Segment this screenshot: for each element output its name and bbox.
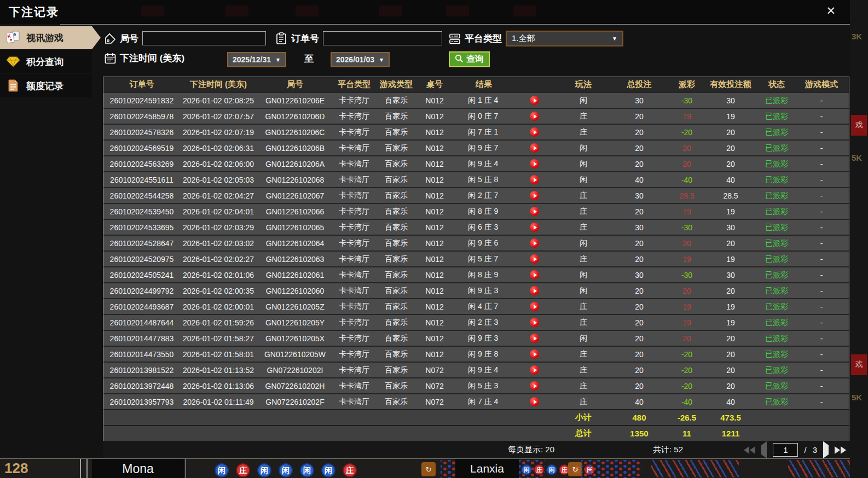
result-text: 闲 8 庄 9 [468,207,498,217]
cell-round-no: GN0122610206E [257,96,333,105]
replay-video-icon[interactable] [530,127,539,137]
cell-order-id: 260102024578326 [103,128,180,137]
cell-play: 闲 [560,159,607,169]
cell-payout: 19 [672,302,702,311]
cell-total-bet: 40 [607,176,672,184]
cell-table-no: N012 [418,207,452,216]
replay-video-icon[interactable] [530,112,539,121]
cell-bet-time: 2026-01-02 02:00:35 [180,287,257,295]
background-nav-remnant [141,5,164,16]
cell-status: 已派彩 [759,302,794,312]
cell-platform: 卡卡湾厅 [333,349,375,359]
play-triangle-icon [534,178,537,182]
cell-play: 庄 [560,318,607,328]
cell-result: 闲 7 庄 1 [452,127,560,137]
replay-video-icon[interactable] [530,397,539,406]
replay-video-icon[interactable] [530,254,539,264]
next-page-icon[interactable] [823,445,829,454]
table-row: 260102013957793 2026-01-02 01:11:49 GN07… [103,393,849,409]
background-bead-road [581,460,641,478]
clipboard-icon [275,32,287,44]
replay-video-icon[interactable] [530,96,539,105]
cell-order-id: 260102024569519 [103,144,180,153]
replay-video-icon[interactable] [530,365,539,375]
replay-video-icon[interactable] [530,223,539,232]
player-mark: 闲 [257,463,271,477]
cell-platform: 卡卡湾厅 [333,334,375,343]
date-to-select[interactable]: 2026/01/03 ▼ [331,52,390,67]
background-amount-label: 5K [852,393,862,402]
cell-game-mode: - [794,144,849,153]
cell-valid-bet: 30 [702,271,759,279]
cell-game-type: 百家乐 [375,143,418,153]
replay-video-icon[interactable] [530,159,539,168]
date-from-select[interactable]: 2025/12/31 ▼ [227,52,286,67]
cell-platform: 卡卡湾厅 [333,302,375,312]
cell-play: 闲 [560,334,607,343]
cell-bet-time: 2026-01-02 02:07:19 [180,128,257,137]
cell-status: 已派彩 [759,397,794,407]
cell-round-no: GN01226102064 [257,239,333,248]
replay-video-icon[interactable] [530,238,539,248]
sidebar-item-video-games[interactable]: 9 K ♥ 视讯游戏 [0,26,101,49]
cell-game-mode: - [794,271,849,279]
background-table-name: Mona [92,459,184,478]
play-triangle-icon [534,225,537,230]
search-button[interactable]: 查询 [449,51,490,67]
cell-valid-bet: 28.5 [702,191,759,200]
close-icon[interactable]: ✕ [826,4,836,18]
cell-valid-bet: 19 [702,207,759,216]
replay-video-icon[interactable] [530,334,539,343]
cell-valid-bet: 40 [702,398,759,406]
replay-video-icon[interactable] [530,302,539,311]
cell-platform: 卡卡湾厅 [333,238,375,248]
replay-video-icon[interactable] [530,286,539,295]
cell-table-no: N012 [418,302,452,311]
table-row: 260102013972448 2026-01-02 01:13:06 GN07… [103,377,849,393]
cell-round-no: GN0122610206B [257,144,333,153]
replay-video-icon[interactable] [530,270,539,279]
cell-table-no: N072 [418,398,452,406]
page-number-input[interactable]: 1 [773,443,798,457]
cell-order-id: 260102014487644 [103,318,180,327]
round-input[interactable] [142,31,266,45]
result-text: 闲 1 庄 4 [468,96,498,106]
replay-video-icon[interactable] [530,349,539,359]
cell-total-bet: 20 [607,144,672,153]
cell-bet-time: 2026-01-02 01:59:26 [180,318,257,327]
sidebar-item-points-query[interactable]: 积分查询 [0,50,92,73]
total-pages: 3 [813,445,817,454]
order-input[interactable] [323,31,442,45]
platform-select[interactable]: 1.全部 ▼ [506,31,623,46]
previous-page-icon[interactable] [761,445,767,454]
cell-valid-bet: 20 [702,366,759,375]
cell-game-mode: - [794,318,849,327]
banker-mark: 庄 [343,463,357,477]
date-from-value: 2025/12/31 [233,55,271,64]
cell-play: 闲 [560,143,607,153]
replay-video-icon[interactable] [530,207,539,216]
result-text: 闲 9 庄 6 [468,238,498,248]
play-triangle-icon [534,400,537,404]
table-row: 260102014477883 2026-01-02 01:58:27 GN01… [103,330,849,346]
cell-game-mode: - [794,112,849,121]
replay-video-icon[interactable] [530,381,539,390]
first-page-icon[interactable] [744,446,755,454]
replay-video-icon[interactable] [530,175,539,184]
sidebar-item-quota-records[interactable]: 额度记录 [0,74,92,97]
cell-game-type: 百家乐 [375,302,418,312]
cell-result: 闲 2 庄 3 [452,318,560,328]
replay-video-icon[interactable] [530,143,539,153]
replay-video-icon[interactable] [530,191,539,200]
background-table-name: Lanxia [455,459,519,478]
last-page-icon[interactable] [835,446,846,454]
cell-total-bet: 20 [607,382,672,390]
cell-round-no: GN0122610205Y [257,318,333,327]
cell-payout: 19 [672,318,702,327]
grand-total-payout: 11 [672,429,702,438]
cell-valid-bet: 20 [702,334,759,343]
cell-status: 已派彩 [759,143,794,153]
order-filter-group: 订单号 [275,31,442,45]
cell-game-type: 百家乐 [375,96,418,106]
replay-video-icon[interactable] [530,318,539,327]
